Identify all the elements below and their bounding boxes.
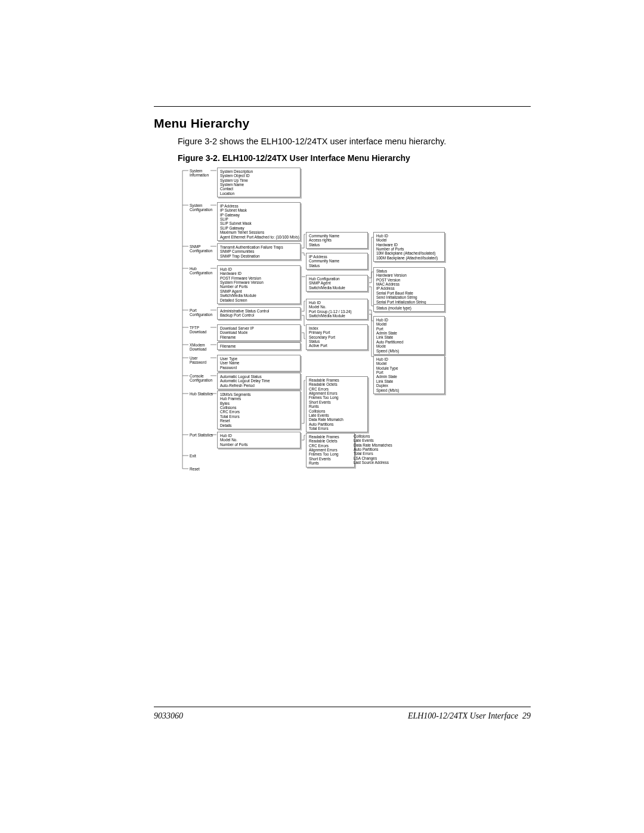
menu-hierarchy-diagram: System Information System Configuration … (178, 166, 530, 479)
box-hub-statistics: 10Mb/s SegmentsHub FramesBytesCollisions… (217, 391, 301, 429)
root-item: Console Configuration (190, 374, 215, 383)
section-title: Menu Hierarchy (154, 116, 249, 131)
root-item: SNMP Configuration (190, 244, 215, 253)
box-backup-port: IndexPrimary PortSecondary PortStatusAct… (306, 324, 368, 350)
box-snmp-configuration: Transmit Authentication Failure TrapsSNM… (217, 243, 301, 260)
root-item: User Password (190, 356, 215, 365)
box-system-information: System DescriptionSystem Object IDSystem… (217, 168, 301, 197)
root-item: Exit (190, 454, 196, 458)
box-console-configuration: Automatic Logout StatusAutomatic Logout … (217, 373, 301, 389)
box-switch-media-detail: Hub IDModelModule TypePortAdmin StateLin… (373, 355, 445, 394)
root-item: System Configuration (190, 203, 215, 212)
root-item: System Information (190, 169, 215, 178)
box-port-stat-details-1: Readable FramesReadable OctetsCRC Errors… (306, 433, 355, 467)
figure-caption: Figure 3-2. ELH100-12/24TX User Interfac… (178, 153, 410, 163)
box-tftp-download: Download Server IPDownload ModeFilename (217, 324, 301, 341)
box-snmp-communities: Community NameAccess rightsStatus (306, 232, 368, 249)
root-item: Port Statistics (190, 433, 215, 437)
box-user-password: User TypeUser NamePassword (217, 355, 301, 371)
footer-doc-number: 9033060 (154, 711, 183, 721)
intro-text: Figure 3-2 shows the ELH100-12/24TX user… (178, 137, 446, 146)
box-port-configuration: Administrative Status ControlBackup Port… (217, 307, 301, 320)
root-item: TFTP Download (190, 326, 215, 335)
footer-page: ELH100-12/24TX User Interface 29 (408, 711, 531, 721)
root-item: XModem Download (190, 343, 215, 352)
root-item: Reset (190, 467, 200, 471)
root-item: Hub Configuration (190, 267, 215, 275)
box-module-type: Status (module type) (373, 304, 445, 312)
box-port-admin: Hub IDModel No.Port Group (1-12 / 13-24)… (306, 299, 368, 320)
box-port-stat-details-2: CollisionsLate EventsData Rate Mismatche… (351, 433, 404, 466)
box-hub-id-detail: Hub IDModelHardware IDNumber of Ports10M… (373, 232, 445, 262)
box-snmp-agent-detail: StatusHardware VersionPOST VersionMAC Ad… (373, 267, 445, 306)
root-item: Hub Statistics (190, 392, 215, 396)
box-port-group-detail: Hub IDModelPortAdmin StateLink StateAuto… (373, 316, 445, 355)
box-port-statistics: Hub IDModel No.Number of Ports (217, 432, 301, 448)
box-xmodem-download: Filename (217, 342, 301, 350)
box-hub-stat-details: Readable FramesReadable OctetsCRC Errors… (306, 376, 368, 432)
box-system-configuration: IP AddressIP Subnet MaskIP GatewaySLIPSL… (217, 202, 301, 241)
box-hub-detailed: Hub ConfigurationSNMP AgentSwitch/Media … (306, 275, 368, 292)
root-item: Port Configuration (190, 308, 215, 317)
box-hub-configuration: Hub IDHardware IDPOST Firmware VersionSy… (217, 265, 301, 304)
box-snmp-trap-destination: IP AddressCommunity NameStatus (306, 253, 368, 270)
